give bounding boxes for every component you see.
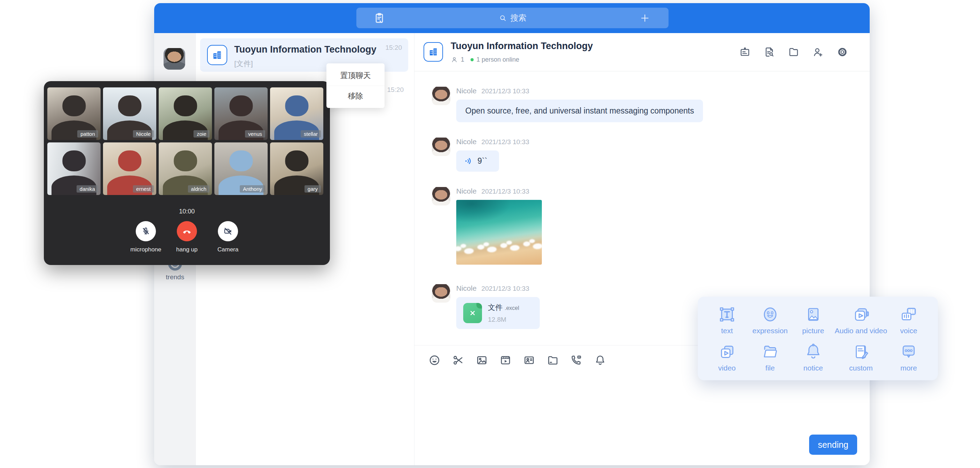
- panel-item-notice[interactable]: notice: [792, 342, 835, 374]
- menu-item-remove[interactable]: 移除: [326, 86, 385, 106]
- group-avatar-icon: [423, 42, 443, 62]
- voice-bubble[interactable]: 9``: [456, 150, 499, 172]
- panel-item-expression[interactable]: expression: [749, 305, 792, 337]
- screenshot-stage: 搜索 trends: [0, 0, 980, 468]
- file-size: 12.8M: [488, 316, 519, 324]
- participant-name: aldrich: [188, 185, 210, 193]
- notification-bell-icon[interactable]: [594, 354, 606, 366]
- chat-header-actions: [739, 33, 848, 71]
- sender-name: Nicole: [456, 187, 476, 195]
- sender-avatar[interactable]: [432, 284, 450, 303]
- sender-avatar[interactable]: [432, 187, 450, 206]
- folder-icon[interactable]: [547, 354, 559, 366]
- microphone-label: microphone: [130, 246, 161, 253]
- search-placeholder: 搜索: [511, 13, 527, 23]
- emoji-icon[interactable]: [428, 354, 441, 366]
- chat-panel: Tuoyun Information Technology 1 1 person…: [414, 33, 870, 465]
- participant-name: patton: [77, 130, 98, 137]
- search-input[interactable]: 搜索: [356, 8, 668, 28]
- participant-name: venus: [245, 130, 265, 137]
- settings-gear-icon[interactable]: [837, 46, 848, 58]
- chat-title: Tuoyun Information Technology: [451, 41, 593, 51]
- video-call-icon[interactable]: [570, 354, 582, 366]
- participant-name: ernest: [133, 185, 154, 193]
- members-icon: [451, 56, 458, 63]
- camera-label: Camera: [218, 246, 239, 253]
- conversation-time: 15:20: [385, 44, 402, 51]
- file-name: 文件: [488, 303, 503, 311]
- sender-name: Nicole: [456, 87, 476, 95]
- participant-name: danika: [76, 185, 98, 193]
- message-time: 2021/12/3 10:33: [481, 285, 529, 292]
- chat-history-search-icon[interactable]: [764, 46, 775, 58]
- video-icon[interactable]: [500, 354, 512, 366]
- image-attachment-beach[interactable]: [456, 200, 542, 265]
- group-files-icon[interactable]: [788, 46, 799, 58]
- message-time: 2021/12/3 10:33: [481, 188, 529, 195]
- voice-duration: 9``: [477, 157, 487, 166]
- video-call-overlay: patton Nicole zoie venus stellar danika …: [44, 81, 330, 265]
- trends-label: trends: [154, 273, 196, 281]
- sender-avatar[interactable]: [432, 87, 450, 105]
- conversation-context-menu: 置顶聊天 移除: [326, 63, 385, 108]
- participant-name: zoie: [194, 130, 210, 137]
- plus-icon[interactable]: [639, 13, 651, 24]
- sender-name: Nicole: [456, 284, 476, 292]
- message-time: 2021/12/3 10:33: [481, 138, 529, 146]
- excel-file-icon: [463, 303, 482, 323]
- sender-name: Nicole: [456, 137, 476, 146]
- panel-item-video[interactable]: video: [705, 342, 749, 374]
- participant-name: stellar: [301, 130, 321, 137]
- beach-foam: [456, 238, 542, 259]
- microphone-mute-button[interactable]: [136, 221, 156, 241]
- file-bubble[interactable]: 文件.excel 12.8M: [456, 297, 540, 329]
- participant-tile: patton: [47, 88, 100, 140]
- message-time: 2021/12/3 10:33: [481, 88, 529, 95]
- participant-tile: gary: [270, 142, 323, 195]
- top-bar: 搜索: [154, 3, 870, 33]
- sender-avatar[interactable]: [432, 137, 450, 156]
- participant-tile: Anthony: [215, 142, 267, 195]
- participant-tile: stellar: [270, 88, 323, 140]
- menu-item-pin-chat[interactable]: 置顶聊天: [326, 65, 385, 86]
- contact-card-icon[interactable]: [523, 354, 535, 366]
- participant-grid: patton Nicole zoie venus stellar danika …: [47, 88, 323, 195]
- search-bar[interactable]: 搜索: [356, 8, 668, 28]
- panel-item-audio-video[interactable]: Audio and video: [835, 305, 888, 337]
- participant-tile: Nicole: [103, 88, 156, 140]
- conversation-time: 15:20: [387, 86, 404, 94]
- panel-item-text[interactable]: text: [705, 305, 749, 337]
- message-image: Nicole 2021/12/3 10:33: [432, 187, 870, 265]
- add-member-icon[interactable]: [812, 46, 824, 58]
- participant-tile: venus: [215, 88, 267, 140]
- panel-item-voice[interactable]: voice: [887, 305, 930, 337]
- conversation-last-message: [文件]: [234, 59, 253, 69]
- text-bubble: Open source, free, and universal instant…: [456, 100, 703, 122]
- file-ext: .excel: [504, 305, 519, 311]
- screenshot-scissors-icon[interactable]: [452, 354, 464, 366]
- picture-icon[interactable]: [476, 354, 488, 366]
- participant-tile: danika: [47, 142, 100, 195]
- online-dot: [471, 58, 474, 61]
- panel-item-picture[interactable]: picture: [792, 305, 835, 337]
- camera-toggle-button[interactable]: [218, 221, 238, 241]
- participant-name: gary: [304, 185, 321, 193]
- panel-item-file[interactable]: file: [749, 342, 792, 374]
- send-button[interactable]: sending: [809, 434, 857, 455]
- my-avatar[interactable]: [164, 48, 185, 70]
- member-count: 1: [461, 56, 464, 63]
- participant-tile: aldrich: [159, 142, 212, 195]
- panel-item-more[interactable]: more: [887, 342, 930, 374]
- participant-name: Nicole: [133, 130, 154, 137]
- hang-up-button[interactable]: [177, 221, 197, 241]
- call-timer: 10:00: [44, 208, 330, 215]
- panel-item-custom[interactable]: custom: [835, 342, 888, 374]
- participant-name: Anthony: [240, 185, 265, 193]
- online-status: 1 person online: [476, 56, 519, 63]
- hang-up-label: hang up: [176, 246, 197, 253]
- conversation-title: Tuoyun Information Technology: [234, 44, 376, 55]
- announcement-icon[interactable]: [739, 46, 751, 58]
- group-avatar-icon: [207, 45, 227, 65]
- call-controls: microphone hang up Camer: [44, 221, 330, 253]
- participant-tile: ernest: [103, 142, 156, 195]
